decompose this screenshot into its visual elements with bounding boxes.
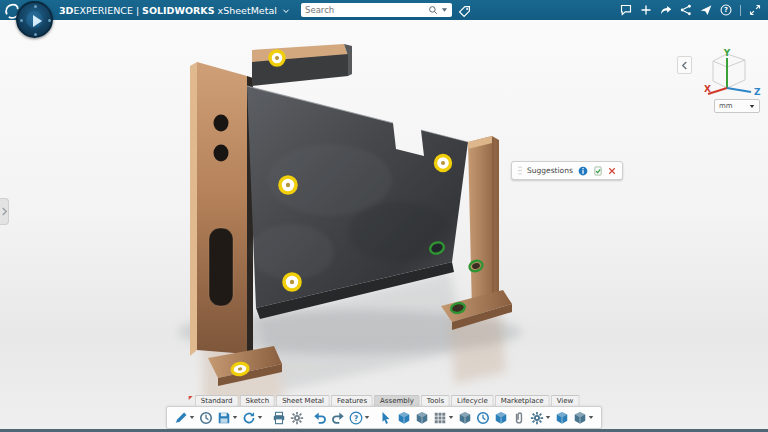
orientation-triad[interactable]: Y X Z <box>699 48 761 100</box>
paperclip-icon <box>512 411 526 425</box>
application-window: 3DEXPERIENCE | SOLIDWORKS xSheetMetal <box>0 0 768 432</box>
clock-icon <box>476 411 490 425</box>
axis-z-label: Z <box>754 87 761 97</box>
gear-icon <box>530 411 544 425</box>
tag-button[interactable] <box>458 3 472 17</box>
units-dropdown[interactable]: mm <box>714 99 760 113</box>
caret-down-icon <box>749 104 755 109</box>
marker-yellow[interactable] <box>270 51 284 65</box>
marker-yellow[interactable] <box>436 156 451 171</box>
redo-icon <box>331 411 345 425</box>
tool-undo[interactable] <box>312 408 328 427</box>
brand-separator: | <box>136 5 139 16</box>
plus-icon <box>640 4 652 16</box>
share-nodes-icon <box>680 4 692 16</box>
info-icon[interactable] <box>578 166 588 176</box>
axis-x-label: X <box>704 84 711 94</box>
marker-yellow[interactable] <box>284 274 300 290</box>
tool-print[interactable] <box>271 408 287 427</box>
tool-more[interactable] <box>572 408 595 427</box>
axis-y-label: Y <box>723 48 731 58</box>
tool-select[interactable] <box>378 408 394 427</box>
gear-icon <box>290 411 304 425</box>
caret-down-icon <box>545 415 551 420</box>
help-button[interactable] <box>720 4 732 16</box>
caret-down-icon <box>257 415 263 420</box>
tool-move-component[interactable] <box>554 408 570 427</box>
comment-button[interactable] <box>620 4 632 16</box>
question-icon <box>349 411 363 425</box>
tool-design[interactable] <box>173 408 196 427</box>
grid-icon <box>433 411 447 425</box>
app-title[interactable]: 3DEXPERIENCE | SOLIDWORKS xSheetMetal <box>59 5 290 16</box>
add-button[interactable] <box>640 4 652 16</box>
pencil-icon <box>174 411 188 425</box>
3dexperience-compass[interactable] <box>16 1 53 38</box>
tool-options[interactable] <box>289 408 305 427</box>
tool-redo[interactable] <box>330 408 346 427</box>
compass-play-icon <box>33 15 42 27</box>
tool-history[interactable] <box>198 408 214 427</box>
paper-plane-icon <box>700 4 712 16</box>
brand-product: xSheetMetal <box>218 5 277 16</box>
component-cube-icon <box>415 411 429 425</box>
tool-insert-component[interactable] <box>396 408 412 427</box>
drag-handle[interactable] <box>518 165 522 176</box>
tool-fasteners[interactable] <box>529 408 552 427</box>
caret-down-icon <box>448 415 454 420</box>
component-cube-icon <box>494 411 508 425</box>
view-cube[interactable] <box>713 54 745 88</box>
tool-help[interactable] <box>348 408 371 427</box>
undo-icon <box>313 411 327 425</box>
launch-button[interactable] <box>700 4 712 16</box>
search-input[interactable] <box>305 5 428 15</box>
share-button[interactable] <box>680 4 692 16</box>
chevron-left-icon <box>681 61 688 70</box>
component-cube-icon <box>458 411 472 425</box>
question-icon <box>720 4 732 16</box>
tool-attach[interactable] <box>511 408 527 427</box>
search-options-caret-icon[interactable] <box>441 7 448 13</box>
tool-save[interactable] <box>216 408 239 427</box>
header-actions <box>620 0 761 20</box>
compass-mark <box>34 5 37 8</box>
tool-pattern[interactable] <box>432 408 455 427</box>
suggestions-label: Suggestions <box>527 166 573 175</box>
tool-new-component[interactable] <box>414 408 430 427</box>
header-divider <box>740 5 741 16</box>
close-icon[interactable] <box>608 167 616 175</box>
save-icon <box>217 411 231 425</box>
tool-snapshot[interactable] <box>475 408 491 427</box>
resize-button[interactable] <box>749 4 761 16</box>
expand-arrows-icon <box>749 4 761 16</box>
component-cube-icon <box>555 411 569 425</box>
caret-down-icon <box>189 415 195 420</box>
right-panel-toggle[interactable] <box>677 56 692 74</box>
accept-suggestion-icon[interactable] <box>593 166 603 176</box>
brand-solidworks: SOLIDWORKS <box>142 5 214 16</box>
search-icon[interactable] <box>428 5 438 15</box>
tool-update[interactable] <box>241 408 264 427</box>
marker-yellow[interactable] <box>280 177 296 193</box>
refresh-icon <box>242 411 256 425</box>
tool-mate[interactable] <box>493 408 509 427</box>
history-icon <box>199 411 213 425</box>
caret-down-icon <box>588 415 594 420</box>
component-cube-icon <box>397 411 411 425</box>
cursor-icon <box>379 411 393 425</box>
printer-icon <box>272 411 286 425</box>
forward-arrow-icon <box>660 4 672 16</box>
tab-overflow-indicator <box>189 396 193 400</box>
part-left-edge <box>190 62 197 356</box>
suggestions-popup: Suggestions <box>511 161 623 180</box>
caret-down-icon <box>232 415 238 420</box>
viewport-3d[interactable] <box>0 20 768 432</box>
left-panel-expander[interactable] <box>0 198 9 225</box>
part-right-flange <box>468 136 499 312</box>
component-cube-icon <box>573 411 587 425</box>
forward-button[interactable] <box>660 4 672 16</box>
brand-3d: 3D <box>59 5 74 16</box>
caret-down-icon <box>364 415 370 420</box>
tool-replace-component[interactable] <box>457 408 473 427</box>
marker-yellow[interactable] <box>231 362 248 375</box>
